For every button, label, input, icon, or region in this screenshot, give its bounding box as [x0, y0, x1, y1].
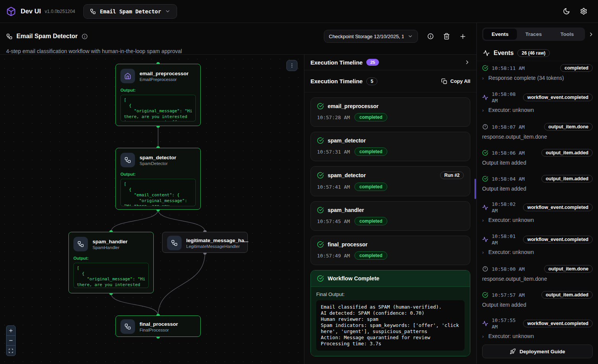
event-item[interactable]: 10:58:01 AM workflow_event.completed › E… — [482, 233, 593, 256]
scrollbar-thumb[interactable] — [474, 179, 476, 199]
event-item[interactable]: 10:58:04 AM output_item.added › Output i… — [482, 175, 593, 192]
event-detail: Executor: unknown — [488, 249, 534, 255]
timeline-entries: email_preprocessor 10:57:28 AM completed… — [310, 97, 470, 265]
fit-view-icon — [8, 348, 13, 353]
event-detail: Executor: unknown — [488, 333, 534, 339]
event-item[interactable]: 10:58:11 AM completed › Response complet… — [482, 64, 593, 82]
event-item[interactable]: 10:58:07 AM output_item.done › response.… — [482, 123, 593, 140]
checkpoint-selector[interactable]: Checkpoint Storage 12/10/2025, 10:5 — [324, 30, 418, 43]
event-time: 10:58:04 AM — [492, 176, 525, 182]
timeline-entry-card[interactable]: spam_detector 10:57:31 AM completed — [310, 132, 470, 161]
moon-icon — [563, 8, 570, 15]
node-spam-detector[interactable]: spam_detector SpamDetector Output: [ { "… — [115, 148, 201, 210]
status-badge: completed — [354, 113, 387, 121]
plus-icon — [459, 33, 466, 40]
timeline-entry-card[interactable]: spam_detector Run #2 10:57:41 AM complet… — [310, 166, 470, 196]
page-title: Email Spam Detector — [16, 33, 78, 40]
collapse-panel-button[interactable] — [464, 59, 470, 65]
settings-button[interactable] — [580, 8, 587, 15]
plus-icon — [8, 328, 13, 333]
zoom-out-button[interactable] — [6, 336, 15, 346]
node-output-preview: [ { "email_content": { "original_message… — [120, 179, 196, 206]
check-circle-icon — [317, 137, 324, 144]
workflow-icon — [167, 236, 182, 250]
theme-toggle-button[interactable] — [563, 8, 570, 15]
event-type-badge: output_item.added — [541, 175, 593, 183]
event-item[interactable]: 10:58:02 AM workflow_event.completed › E… — [482, 201, 593, 224]
info-icon — [427, 33, 434, 40]
canvas-menu-button[interactable] — [286, 60, 297, 71]
workflow-subheader: Email Spam Detector Checkpoint Storage 1… — [0, 23, 476, 55]
workflow-canvas[interactable]: email_preprocessor EmailPreprocessor Out… — [0, 55, 304, 364]
add-button[interactable] — [459, 33, 466, 40]
timeline-entry-name: spam_detector — [328, 138, 366, 144]
timeline-entry-name: final_processor — [328, 241, 367, 248]
workflow-icon — [6, 33, 13, 40]
event-time: 10:57:55 AM — [492, 317, 520, 330]
event-item[interactable]: 10:57:57 AM output_item.added › Output i… — [482, 291, 593, 308]
event-type-badge: workflow_event.completed — [523, 94, 593, 101]
output-label: Output: — [73, 256, 149, 260]
checkpoint-info-button[interactable] — [427, 33, 434, 40]
timeline-entry-time: 10:57:41 AM — [317, 184, 350, 190]
event-detail: Output item added — [482, 302, 526, 308]
node-output-preview: [ { "original_message": "Hi there, are y… — [120, 95, 196, 121]
tab-traces[interactable]: Traces — [517, 29, 551, 40]
deployment-guide-button[interactable]: Deployment Guide — [482, 345, 593, 358]
deployment-guide-label: Deployment Guide — [520, 349, 565, 354]
tab-tools[interactable]: Tools — [550, 29, 584, 40]
app-name: Dev UI — [21, 8, 41, 15]
timeline-entry-card[interactable]: final_processor 10:57:49 AM completed — [310, 236, 470, 265]
pulse-icon — [482, 320, 488, 327]
check-icon — [482, 292, 488, 298]
node-legitimate-message-handler[interactable]: legitimate_message_ha... LegitimateMessa… — [162, 232, 248, 253]
event-type-badge: output_item.added — [541, 291, 593, 299]
delete-checkpoint-button[interactable] — [443, 33, 450, 40]
info-icon[interactable] — [81, 33, 88, 40]
app-window: Dev UI v1.0.0b251204 Email Spam Detector — [0, 0, 598, 364]
event-item[interactable]: 10:58:00 AM output_item.done › response.… — [482, 265, 593, 282]
trash-icon — [443, 33, 450, 40]
tab-events[interactable]: Events — [483, 29, 517, 40]
workflow-selector-label: Email Spam Detector — [100, 8, 161, 15]
chevron-right-icon: › — [482, 75, 484, 82]
chevron-right-icon: › — [482, 107, 484, 114]
status-badge: completed — [354, 183, 387, 191]
workflow-icon — [73, 237, 88, 251]
timeline-entry-card[interactable]: email_preprocessor 10:57:28 AM completed — [310, 97, 470, 127]
pulse-icon — [482, 94, 488, 100]
expand-panel-button[interactable] — [588, 31, 594, 37]
event-time: 10:58:02 AM — [492, 201, 520, 214]
node-title: email_preprocessor — [140, 71, 188, 76]
timeline-entries-list: email_preprocessor 10:57:28 AM completed… — [304, 92, 476, 360]
canvas-zoom-controls — [6, 325, 16, 356]
event-time: 10:57:57 AM — [492, 292, 525, 298]
node-spam-handler[interactable]: spam_handler SpamHandler Output: [ { "or… — [68, 232, 154, 293]
chevron-down-icon — [165, 8, 171, 14]
copy-all-button[interactable]: Copy All — [441, 78, 470, 84]
chevron-right-icon: › — [482, 249, 484, 256]
final-output-block: Email classified as SPAM (human-verified… — [316, 300, 465, 351]
node-subtitle: SpamHandler — [93, 245, 128, 250]
event-type-badge: workflow_event.completed — [523, 320, 593, 327]
node-email-preprocessor[interactable]: email_preprocessor EmailPreprocessor Out… — [115, 64, 201, 126]
check-icon — [482, 150, 488, 156]
event-item[interactable]: 10:58:06 AM output_item.added › Output i… — [482, 149, 593, 166]
events-panel: Events Traces Tools Events 26 (46 raw) 1… — [476, 23, 598, 364]
event-type-badge: completed — [560, 64, 593, 72]
workflow-selector[interactable]: Email Spam Detector — [83, 4, 177, 19]
zoom-in-button[interactable] — [6, 326, 15, 336]
event-item[interactable]: 10:58:08 AM workflow_event.completed › E… — [482, 91, 593, 114]
node-final-processor[interactable]: final_processor FinalProcessor — [115, 315, 201, 337]
node-title: spam_detector — [140, 155, 176, 160]
event-time: 10:58:07 AM — [492, 124, 525, 130]
timeline-entry-card[interactable]: spam_handler 10:57:45 AM completed — [310, 201, 470, 231]
timeline-entry-time: 10:57:45 AM — [317, 218, 350, 224]
timeline-entry-time: 10:57:49 AM — [317, 253, 350, 259]
fit-view-button[interactable] — [6, 346, 15, 356]
event-detail: Executor: unknown — [488, 107, 534, 113]
check-icon — [482, 176, 488, 182]
event-item[interactable]: 10:57:55 AM workflow_event.completed › E… — [482, 317, 593, 340]
minus-icon — [8, 338, 13, 343]
check-circle-icon — [317, 103, 324, 110]
